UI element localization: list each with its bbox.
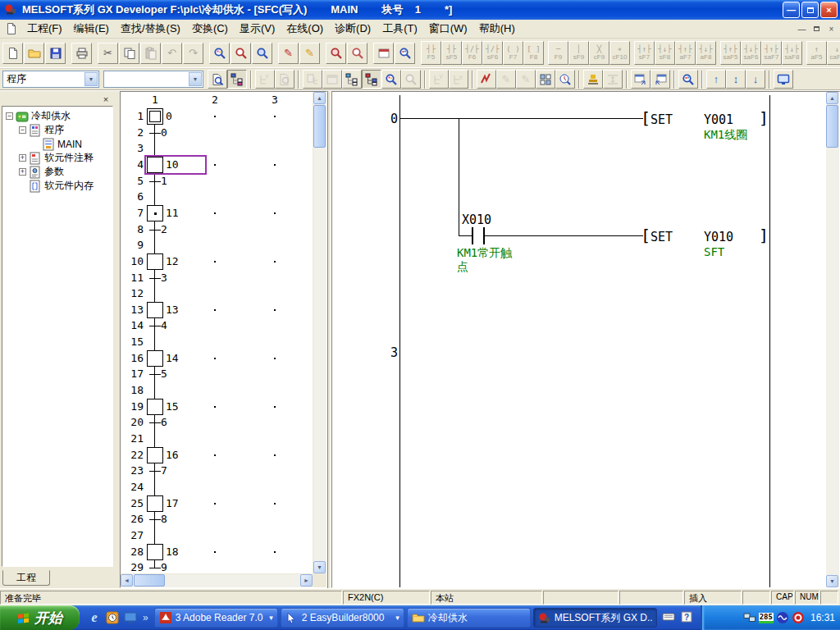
ladder-symbol-F9-button: ─F9 bbox=[548, 41, 568, 65]
scroll-up-icon[interactable]: ▲ bbox=[826, 92, 838, 104]
sfc-transition bbox=[149, 471, 161, 472]
ladder-symbol-key: sF7 bbox=[639, 53, 650, 61]
sfc-diagram-area[interactable]: 1231020341051671182910121131213131441516… bbox=[121, 92, 313, 573]
scroll-left-icon[interactable]: ◄ bbox=[121, 574, 133, 587]
menu-item-1[interactable]: 编辑(E) bbox=[68, 19, 115, 39]
chevron-down-icon[interactable]: ▾ bbox=[395, 614, 399, 622]
minimize-button[interactable]: — bbox=[783, 2, 800, 18]
tree-item-device-comment[interactable]: +软元件注释 bbox=[4, 151, 112, 165]
sfc-zoom-edit-button[interactable] bbox=[362, 70, 381, 89]
tree-item-label: 软元件内存 bbox=[44, 179, 94, 193]
ladder-edit-area[interactable]: 0 3 [ SET Y001 ] KM1线圈 X010 KM1常开触点 [ SE… bbox=[332, 92, 826, 587]
new-project-button[interactable] bbox=[2, 43, 23, 64]
scroll-right-icon[interactable]: ► bbox=[300, 574, 313, 587]
open-block-window-button[interactable] bbox=[651, 70, 670, 89]
cut-button[interactable]: ✂ bbox=[98, 43, 118, 64]
monitor-start-stop-button[interactable] bbox=[555, 70, 575, 89]
clock-app-icon[interactable] bbox=[105, 610, 120, 625]
child-close-button[interactable]: × bbox=[824, 23, 838, 35]
sfc-diagram-view-button[interactable] bbox=[342, 70, 362, 89]
task-adobe-reader[interactable]: 3 Adobe Reader 7.0▾ bbox=[154, 608, 278, 628]
ladder-find-button[interactable] bbox=[395, 43, 415, 64]
child-minimize-button[interactable]: — bbox=[795, 23, 809, 35]
tree-item-program-folder[interactable]: −程序 bbox=[4, 123, 112, 137]
comment-edit-button[interactable]: ✎ bbox=[278, 43, 299, 64]
menu-item-2[interactable]: 查找/替换(S) bbox=[115, 19, 186, 39]
sfc-vertical-scrollbar[interactable]: ▲ ▼ bbox=[313, 92, 326, 573]
find-step-button[interactable] bbox=[381, 70, 401, 89]
panel-close-icon[interactable]: × bbox=[100, 94, 112, 105]
chevron-more-icon[interactable]: » bbox=[143, 612, 148, 623]
menu-item-7[interactable]: 工具(T) bbox=[377, 19, 423, 39]
menu-item-3[interactable]: 变换(C) bbox=[186, 19, 234, 39]
block-combo[interactable]: ▼ bbox=[103, 71, 203, 88]
menu-item-9[interactable]: 帮助(H) bbox=[473, 19, 521, 39]
close-button[interactable]: × bbox=[820, 2, 838, 18]
project-tab[interactable]: 工程 bbox=[2, 570, 50, 586]
align-middle-button[interactable]: ↕ bbox=[726, 70, 746, 89]
tree-item-main-program[interactable]: MAIN bbox=[4, 137, 112, 151]
tree-expander-icon[interactable]: + bbox=[19, 154, 26, 162]
tree-item-parameter[interactable]: +参数 bbox=[4, 165, 112, 179]
menu-item-0[interactable]: 工程(F) bbox=[21, 19, 68, 39]
program-convert-button[interactable] bbox=[477, 70, 496, 89]
scrollbar-thumb[interactable] bbox=[313, 105, 326, 148]
tray-wave-icon[interactable] bbox=[776, 611, 789, 624]
coil-find-button[interactable] bbox=[347, 43, 368, 64]
tree-item-project-root[interactable]: −冷却供水 bbox=[4, 109, 112, 123]
tray-counter-icon[interactable]: 285 bbox=[759, 613, 774, 623]
tray-stop-icon[interactable] bbox=[792, 611, 805, 624]
sfc-row-number: 24 bbox=[121, 481, 144, 493]
align-up-button[interactable]: ↑ bbox=[706, 70, 726, 89]
task-melsoft[interactable]: MELSOFT系列 GX D... bbox=[533, 608, 657, 628]
desktop-app-icon[interactable] bbox=[123, 610, 138, 625]
tree-item-device-memory[interactable]: 软元件内存 bbox=[4, 179, 112, 193]
align-down-button[interactable]: ↓ bbox=[746, 70, 765, 89]
copy-button[interactable] bbox=[119, 43, 139, 64]
data-kind-combo[interactable]: 程序▼ bbox=[2, 71, 99, 88]
statement-edit-button[interactable]: ✎ bbox=[299, 43, 320, 64]
monitor-mode-button[interactable] bbox=[774, 70, 793, 89]
sfc-horizontal-scrollbar[interactable]: ◄ ► bbox=[121, 574, 313, 587]
panel-grip[interactable]: × bbox=[2, 93, 113, 106]
tree-expander-icon[interactable]: − bbox=[19, 126, 26, 134]
child-restore-button[interactable] bbox=[810, 23, 824, 35]
start-button[interactable]: 开始 bbox=[0, 605, 80, 630]
chevron-down-icon[interactable]: ▾ bbox=[269, 614, 273, 622]
scroll-down-icon[interactable]: ▼ bbox=[313, 561, 326, 573]
program-display-button[interactable] bbox=[208, 70, 227, 89]
block-parts-button[interactable] bbox=[536, 70, 555, 89]
find-device-sfc-button[interactable] bbox=[678, 70, 698, 89]
instruction-find-button[interactable] bbox=[252, 43, 272, 64]
tray-network-icon[interactable] bbox=[743, 611, 756, 624]
chevron-down-icon[interactable]: ▼ bbox=[189, 72, 202, 86]
help-icon[interactable]: ? bbox=[680, 610, 696, 625]
menu-item-5[interactable]: 在线(O) bbox=[281, 19, 329, 39]
menu-item-8[interactable]: 窗口(W) bbox=[423, 19, 473, 39]
sfc-block-list-button[interactable] bbox=[227, 70, 247, 89]
save-project-button[interactable] bbox=[45, 43, 66, 64]
scrollbar-thumb[interactable] bbox=[134, 574, 165, 587]
ladder-vertical-scrollbar[interactable]: ▲ ▼ bbox=[826, 92, 839, 587]
scroll-down-icon[interactable]: ▼ bbox=[826, 575, 838, 587]
find-replace-button[interactable] bbox=[209, 43, 230, 64]
chevron-down-icon[interactable]: ▼ bbox=[84, 72, 98, 86]
open-zoom-window-button[interactable] bbox=[631, 70, 651, 89]
menu-item-4[interactable]: 显示(V) bbox=[234, 19, 281, 39]
tree-expander-icon[interactable]: − bbox=[6, 112, 13, 120]
device-find-button[interactable] bbox=[231, 43, 251, 64]
scroll-up-icon[interactable]: ▲ bbox=[313, 92, 326, 104]
device-test-button[interactable] bbox=[583, 70, 603, 89]
print-button[interactable] bbox=[71, 43, 92, 64]
keyboard-icon[interactable] bbox=[662, 610, 678, 625]
tree-expander-icon[interactable]: + bbox=[19, 168, 26, 176]
internet-explorer-icon[interactable]: e bbox=[87, 610, 102, 625]
task-easybuilder[interactable]: 2 EasyBuilder8000▾ bbox=[281, 608, 404, 628]
window-switch-button[interactable] bbox=[373, 43, 394, 64]
restore-button[interactable] bbox=[801, 2, 819, 18]
open-project-button[interactable] bbox=[24, 43, 44, 64]
task-folder[interactable]: 冷却供水 bbox=[407, 608, 531, 628]
scrollbar-thumb[interactable] bbox=[826, 105, 838, 148]
contact-find-button[interactable] bbox=[326, 43, 346, 64]
menu-item-6[interactable]: 诊断(D) bbox=[329, 19, 377, 39]
